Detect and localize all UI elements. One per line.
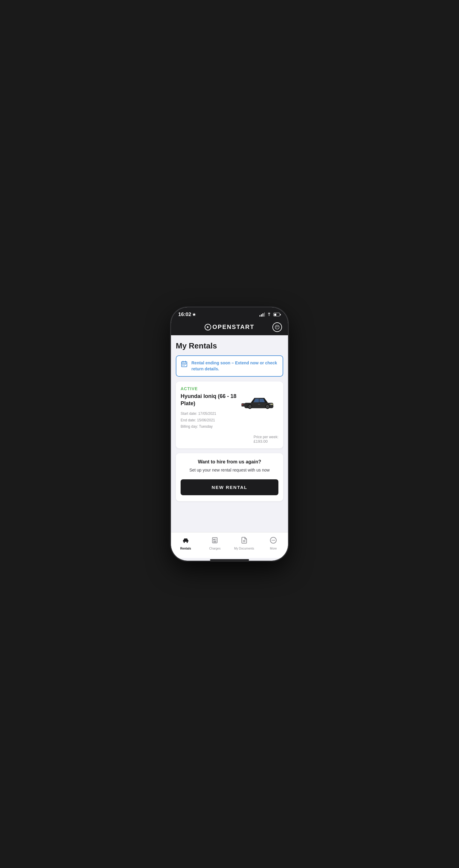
price-label: Price per week: xyxy=(254,435,278,439)
location-icon xyxy=(192,313,196,316)
calendar-svg xyxy=(181,361,188,368)
time-display: 16:02 xyxy=(178,312,191,317)
alert-text: Rental ending soon – Extend now or check… xyxy=(191,360,278,372)
svg-point-31 xyxy=(187,542,188,543)
svg-point-42 xyxy=(272,540,273,541)
logo-text: OPENSTART xyxy=(212,323,254,331)
svg-point-23 xyxy=(267,406,268,407)
page-title: My Rentals xyxy=(176,341,283,350)
svg-rect-10 xyxy=(183,364,183,365)
car-nav-svg xyxy=(182,537,189,544)
content-area: My Rentals Rental en xyxy=(171,335,288,532)
svg-point-5 xyxy=(277,327,277,328)
svg-point-27 xyxy=(271,404,273,405)
start-date: Start date: 17/05/2021 xyxy=(181,411,239,417)
car-name: Hyundai Ioniq (66 - 18 Plate) xyxy=(181,393,239,407)
home-indicator xyxy=(210,559,249,561)
car-icon xyxy=(182,537,189,546)
rental-card: ACTIVE Hyundai Ioniq (66 - 18 Plate) Sta… xyxy=(176,381,283,448)
svg-rect-13 xyxy=(183,365,183,366)
charges-nav-svg xyxy=(211,537,219,544)
price-amount: £193.00 xyxy=(254,439,278,444)
svg-point-1 xyxy=(276,326,276,327)
svg-rect-20 xyxy=(242,404,243,405)
new-rental-button[interactable]: NEW RENTAL xyxy=(181,479,278,495)
help-icon xyxy=(275,325,280,330)
svg-rect-28 xyxy=(258,404,260,405)
svg-point-2 xyxy=(277,326,277,327)
nav-label-documents: My Documents xyxy=(234,547,254,550)
nav-label-charges: Charges xyxy=(209,547,221,550)
svg-point-26 xyxy=(249,406,251,407)
wifi-icon xyxy=(267,312,271,317)
docs-nav-svg xyxy=(240,537,248,544)
more-nav-svg xyxy=(270,537,277,544)
svg-point-4 xyxy=(276,327,276,328)
svg-point-43 xyxy=(273,540,274,541)
svg-point-30 xyxy=(184,542,185,543)
nav-item-documents[interactable]: My Documents xyxy=(230,535,259,552)
signal-icon xyxy=(260,312,265,317)
car-image xyxy=(239,393,278,411)
end-date: End date: 15/06/2021 xyxy=(181,417,239,424)
price-section: Price per week: £193.00 xyxy=(181,433,278,444)
bottom-nav: Rentals Charges xyxy=(171,532,288,558)
documents-icon xyxy=(240,537,248,546)
charges-icon xyxy=(211,537,219,546)
more-icon xyxy=(270,537,277,546)
car-svg xyxy=(241,393,277,411)
svg-point-44 xyxy=(274,540,275,541)
price-info: Price per week: £193.00 xyxy=(254,433,278,444)
help-button[interactable] xyxy=(272,322,282,332)
rental-info: Hyundai Ioniq (66 - 18 Plate) Start date… xyxy=(181,393,278,430)
phone-frame: 16:02 xyxy=(171,307,288,561)
logo-play-icon xyxy=(205,324,211,331)
svg-rect-12 xyxy=(185,364,186,365)
svg-point-3 xyxy=(278,326,278,327)
rental-details: Hyundai Ioniq (66 - 18 Plate) Start date… xyxy=(181,393,239,430)
hire-again-card: Want to hire from us again? Set up your … xyxy=(176,453,283,501)
billing-day: Billing day: Tuesday xyxy=(181,424,239,430)
phone-screen: 16:02 xyxy=(171,307,288,561)
svg-rect-14 xyxy=(184,365,185,366)
app-logo: OPENSTART xyxy=(205,323,254,331)
calendar-icon xyxy=(181,361,188,369)
nav-item-charges[interactable]: Charges xyxy=(200,535,230,552)
status-icons xyxy=(260,312,281,317)
notch xyxy=(207,307,252,316)
nav-item-more[interactable]: More xyxy=(259,535,288,552)
status-badge: ACTIVE xyxy=(181,386,278,391)
nav-item-rentals[interactable]: Rentals xyxy=(171,535,200,552)
battery-icon xyxy=(273,313,281,316)
rental-meta: Start date: 17/05/2021 End date: 15/06/2… xyxy=(181,411,239,430)
nav-label-rentals: Rentals xyxy=(180,547,191,550)
svg-rect-11 xyxy=(184,364,185,365)
hire-subtitle: Set up your new rental request with us n… xyxy=(181,467,278,473)
alert-banner[interactable]: Rental ending soon – Extend now or check… xyxy=(176,355,283,377)
status-time: 16:02 xyxy=(178,312,196,317)
hire-title: Want to hire from us again? xyxy=(181,459,278,465)
nav-label-more: More xyxy=(270,547,277,550)
svg-rect-34 xyxy=(213,539,215,540)
app-header: OPENSTART xyxy=(171,320,288,335)
